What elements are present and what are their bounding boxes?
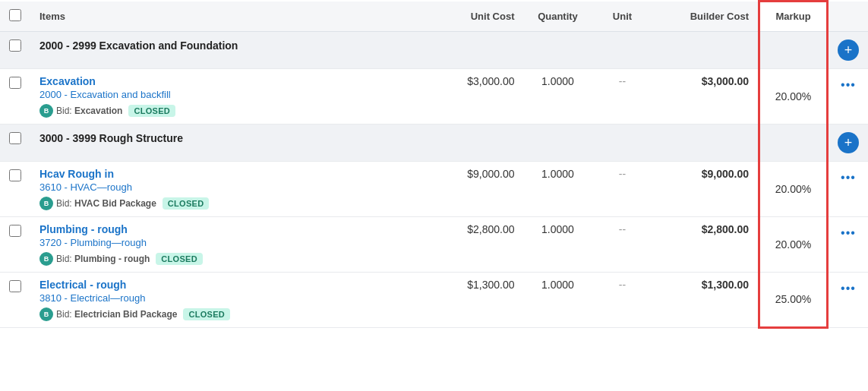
category-checkbox-cell bbox=[0, 124, 30, 161]
unit-cell: -- bbox=[592, 216, 653, 272]
actions-cell: ••• bbox=[828, 216, 869, 272]
header-unit-cost: Unit Cost bbox=[433, 2, 524, 32]
category-markup-cell bbox=[759, 124, 828, 161]
unit-cost-cell: $9,000.00 bbox=[433, 161, 524, 216]
table-row: Plumbing - rough 3720 - Plumbing—rough B… bbox=[0, 216, 868, 272]
bid-status-badge: CLOSED bbox=[128, 105, 175, 117]
header-checkbox-col bbox=[0, 2, 30, 32]
header-items: Items bbox=[30, 2, 433, 32]
bid-label: Bid: Electrician Bid Package bbox=[56, 309, 177, 320]
unit-cost-cell: $3,000.00 bbox=[433, 68, 524, 124]
category-label: 2000 - 2999 Excavation and Foundation bbox=[30, 31, 759, 68]
header-builder-cost: Builder Cost bbox=[653, 2, 759, 32]
builder-cost-cell: $2,800.00 bbox=[653, 216, 759, 272]
bid-name: Plumbing - rough bbox=[74, 254, 150, 264]
header-actions bbox=[828, 2, 869, 32]
item-checkbox-cell bbox=[0, 272, 30, 327]
table-row: Electrical - rough 3810 - Electrical—rou… bbox=[0, 272, 868, 327]
item-info-cell: Plumbing - rough 3720 - Plumbing—rough B… bbox=[30, 216, 433, 272]
row-actions-button[interactable]: ••• bbox=[838, 223, 859, 243]
item-checkbox[interactable] bbox=[9, 280, 21, 292]
category-checkbox[interactable] bbox=[9, 39, 21, 52]
bid-name: HVAC Bid Package bbox=[74, 198, 156, 209]
markup-cell: 20.00% bbox=[759, 68, 828, 124]
unit-cell: -- bbox=[592, 272, 653, 327]
actions-cell: ••• bbox=[828, 161, 869, 216]
bid-tag: B Bid: Excavation CLOSED bbox=[39, 104, 175, 118]
bid-status-badge: CLOSED bbox=[156, 253, 203, 265]
item-sub: 3810 - Electrical—rough bbox=[39, 292, 424, 304]
bid-label: Bid: Excavation bbox=[56, 106, 122, 116]
item-checkbox-cell bbox=[0, 216, 30, 272]
category-row: 2000 - 2999 Excavation and Foundation + bbox=[0, 31, 868, 68]
select-all-checkbox[interactable] bbox=[9, 9, 21, 21]
item-sub: 2000 - Excavation and backfill bbox=[39, 89, 424, 100]
category-label: 3000 - 3999 Rough Structure bbox=[30, 124, 759, 161]
category-row: 3000 - 3999 Rough Structure + bbox=[0, 124, 868, 161]
item-info-cell: Excavation 2000 - Excavation and backfil… bbox=[30, 68, 433, 124]
item-info-cell: Electrical - rough 3810 - Electrical—rou… bbox=[30, 272, 433, 327]
item-sub: 3720 - Plumbing—rough bbox=[39, 237, 424, 248]
unit-cost-cell: $2,800.00 bbox=[433, 216, 524, 272]
bid-tag: B Bid: Electrician Bid Package CLOSED bbox=[39, 307, 230, 321]
actions-cell: ••• bbox=[828, 68, 869, 124]
header-quantity: Quantity bbox=[524, 2, 592, 32]
quantity-cell: 1.0000 bbox=[524, 272, 592, 327]
bid-status-badge: CLOSED bbox=[183, 308, 230, 320]
item-checkbox[interactable] bbox=[9, 77, 21, 89]
quantity-cell: 1.0000 bbox=[524, 68, 592, 124]
actions-cell: ••• bbox=[828, 272, 869, 327]
item-checkbox[interactable] bbox=[9, 225, 21, 237]
bid-label: Bid: Plumbing - rough bbox=[56, 254, 150, 264]
bid-tag: B Bid: HVAC Bid Package CLOSED bbox=[39, 197, 209, 210]
category-add-cell: + bbox=[828, 31, 869, 68]
item-checkbox-cell bbox=[0, 68, 30, 124]
header-unit: Unit bbox=[592, 2, 653, 32]
row-actions-button[interactable]: ••• bbox=[838, 279, 859, 298]
bid-icon: B bbox=[39, 197, 53, 210]
bid-tag: B Bid: Plumbing - rough CLOSED bbox=[39, 252, 203, 266]
markup-cell: 25.00% bbox=[759, 272, 828, 327]
markup-cell: 20.00% bbox=[759, 216, 828, 272]
category-checkbox-cell bbox=[0, 31, 30, 68]
cost-table: Items Unit Cost Quantity Unit Builder Co… bbox=[0, 0, 868, 329]
item-name[interactable]: Plumbing - rough bbox=[39, 223, 424, 235]
row-actions-button[interactable]: ••• bbox=[838, 168, 859, 188]
bid-icon: B bbox=[39, 252, 53, 266]
builder-cost-cell: $9,000.00 bbox=[653, 161, 759, 216]
bid-name: Excavation bbox=[74, 106, 122, 116]
unit-cell: -- bbox=[592, 161, 653, 216]
markup-cell: 20.00% bbox=[759, 161, 828, 216]
item-name[interactable]: Excavation bbox=[39, 75, 424, 87]
category-add-cell: + bbox=[828, 124, 869, 161]
bid-label: Bid: HVAC Bid Package bbox=[56, 198, 156, 209]
quantity-cell: 1.0000 bbox=[524, 161, 592, 216]
builder-cost-cell: $3,000.00 bbox=[653, 68, 759, 124]
category-checkbox[interactable] bbox=[9, 132, 21, 144]
add-item-button[interactable]: + bbox=[838, 132, 859, 153]
row-actions-button[interactable]: ••• bbox=[838, 75, 859, 95]
unit-cell: -- bbox=[592, 68, 653, 124]
category-markup-cell bbox=[759, 31, 828, 68]
quantity-cell: 1.0000 bbox=[524, 216, 592, 272]
item-sub: 3610 - HVAC—rough bbox=[39, 181, 424, 193]
table-row: Hcav Rough in 3610 - HVAC—rough B Bid: H… bbox=[0, 161, 868, 216]
unit-cost-cell: $1,300.00 bbox=[433, 272, 524, 327]
item-checkbox-cell bbox=[0, 161, 30, 216]
item-name[interactable]: Electrical - rough bbox=[39, 279, 424, 291]
builder-cost-cell: $1,300.00 bbox=[653, 272, 759, 327]
bid-icon: B bbox=[39, 307, 53, 321]
header-markup: Markup bbox=[759, 2, 828, 32]
bid-icon: B bbox=[39, 104, 53, 118]
bid-status-badge: CLOSED bbox=[163, 197, 210, 210]
bid-name: Electrician Bid Package bbox=[74, 309, 177, 320]
table-row: Excavation 2000 - Excavation and backfil… bbox=[0, 68, 868, 124]
add-item-button[interactable]: + bbox=[838, 39, 859, 61]
item-name[interactable]: Hcav Rough in bbox=[39, 168, 424, 180]
item-info-cell: Hcav Rough in 3610 - HVAC—rough B Bid: H… bbox=[30, 161, 433, 216]
table-header: Items Unit Cost Quantity Unit Builder Co… bbox=[0, 2, 868, 32]
item-checkbox[interactable] bbox=[9, 169, 21, 181]
